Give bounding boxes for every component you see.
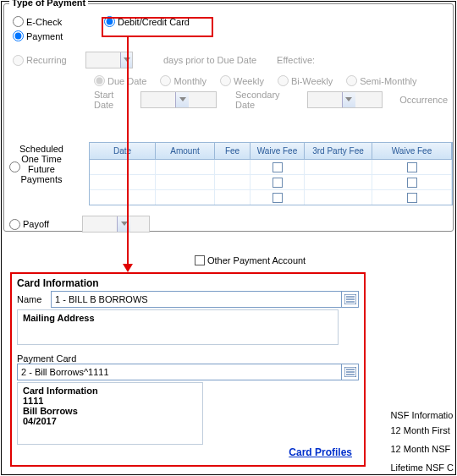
radio-due-date: Due Date	[94, 75, 146, 86]
radio-debit[interactable]: Debit/Credit Card	[104, 16, 190, 27]
payoff-combo	[82, 216, 150, 233]
payment-type-group: Type of Payment E-Check Debit/Credit Car…	[3, 3, 454, 232]
radio-due-label: Due Date	[107, 76, 146, 86]
annotation-arrow-head	[123, 264, 133, 272]
payment-card-value: 2 - Bill Borrows^1111	[18, 364, 341, 380]
name-lookup[interactable]: 1 - BILL B BORROWS	[51, 291, 359, 308]
chevron-down-icon	[175, 92, 189, 107]
table-row[interactable]	[90, 160, 452, 175]
group-title: Type of Payment	[9, 0, 88, 8]
card-holder: Bill Borrows	[23, 406, 197, 416]
radio-scheduled[interactable]	[9, 161, 20, 172]
card-section-title: Card Information	[17, 277, 359, 289]
radio-payoff-label: Payoff	[23, 219, 49, 229]
lookup-icon[interactable]	[341, 364, 358, 380]
card-info-block: Card Information 1111 Bill Borrows 04/20…	[17, 382, 203, 445]
nsf-line2: 12 Month NSF	[390, 441, 454, 457]
radio-debit-label: Debit/Credit Card	[118, 17, 190, 27]
payment-card-label: Payment Card	[17, 353, 359, 364]
chevron-down-icon	[120, 52, 132, 68]
name-label: Name	[17, 294, 46, 304]
occurrence-label: Occurrence	[399, 95, 448, 105]
radio-payment-label: Payment	[26, 31, 63, 41]
radio-monthly: Monthly	[160, 75, 206, 86]
radio-semi-label: Semi-Monthly	[360, 76, 416, 86]
radio-biweekly: Bi-Weekly	[278, 75, 333, 86]
card-information-section: Card Information Name 1 - BILL B BORROWS…	[10, 272, 366, 467]
other-payment-account-check[interactable]: Other Payment Account	[195, 255, 306, 265]
lookup-icon[interactable]	[341, 292, 358, 307]
nsf-line1: 12 Month First	[390, 423, 454, 438]
waive-fee-checkbox[interactable]	[273, 193, 283, 203]
waive-fee2-checkbox[interactable]	[407, 162, 417, 172]
secondary-date-label: Secondary Date	[235, 90, 302, 110]
col-fee[interactable]: Fee	[215, 143, 251, 160]
radio-payoff[interactable]: Payoff	[9, 219, 77, 230]
payment-card-lookup[interactable]: 2 - Bill Borrows^1111	[17, 364, 359, 380]
radio-monthly-label: Monthly	[173, 76, 206, 86]
table-row[interactable]	[90, 175, 452, 190]
start-date-label: Start Date	[94, 90, 135, 110]
checkbox-icon[interactable]	[195, 255, 205, 265]
col-3rd[interactable]: 3rd Party Fee	[305, 143, 372, 160]
col-date[interactable]: Date	[90, 143, 156, 160]
card-info-title: Card Information	[23, 386, 197, 396]
card-expiry: 04/2017	[23, 416, 197, 426]
radio-weekly: Weekly	[220, 75, 264, 86]
secondary-date-combo	[307, 91, 383, 108]
radio-semimonthly: Semi-Monthly	[346, 75, 416, 86]
payments-grid[interactable]: Date Amount Fee Waive Fee 3rd Party Fee …	[89, 142, 453, 205]
mailing-address-block: Mailing Address	[17, 309, 339, 345]
col-waive2[interactable]: Waive Fee	[372, 143, 452, 160]
effective-label: Effective:	[277, 55, 315, 65]
card-last4: 1111	[23, 396, 197, 406]
start-date-combo	[140, 91, 217, 108]
nsf-line3: Lifetime NSF C	[390, 460, 454, 475]
outer-panel: Type of Payment E-Check Debit/Credit Car…	[1, 1, 456, 475]
radio-echeck-label: E-Check	[26, 17, 62, 27]
radio-payment[interactable]: Payment	[13, 30, 63, 41]
waive-fee-checkbox[interactable]	[273, 162, 283, 172]
days-prior-label: days prior to Due Date	[163, 55, 256, 65]
nsf-info: NSF Informatio 12 Month First 12 Month N…	[390, 408, 454, 475]
chevron-down-icon	[342, 92, 355, 107]
recurring-days-combo	[85, 52, 133, 68]
mailing-address-title: Mailing Address	[23, 313, 333, 323]
waive-fee2-checkbox[interactable]	[407, 178, 417, 188]
radio-weekly-label: Weekly	[234, 76, 264, 86]
radio-recurring-label: Recurring	[26, 55, 67, 65]
chevron-down-icon	[117, 216, 130, 232]
radio-echeck[interactable]: E-Check	[13, 16, 89, 27]
col-amount[interactable]: Amount	[156, 143, 215, 160]
card-profiles-link[interactable]: Card Profiles	[289, 446, 352, 458]
nsf-title: NSF Informatio	[390, 408, 454, 423]
scheduled-payments-label: Scheduled One Time Future Payments	[19, 144, 79, 184]
table-row[interactable]	[90, 190, 452, 205]
other-payment-label: Other Payment Account	[207, 255, 306, 265]
waive-fee2-checkbox[interactable]	[407, 193, 417, 203]
name-value: 1 - BILL B BORROWS	[52, 292, 341, 307]
waive-fee-checkbox[interactable]	[273, 178, 283, 188]
col-waive1[interactable]: Waive Fee	[251, 143, 305, 160]
radio-recurring: Recurring	[13, 55, 80, 66]
radio-biweekly-label: Bi-Weekly	[291, 76, 333, 86]
